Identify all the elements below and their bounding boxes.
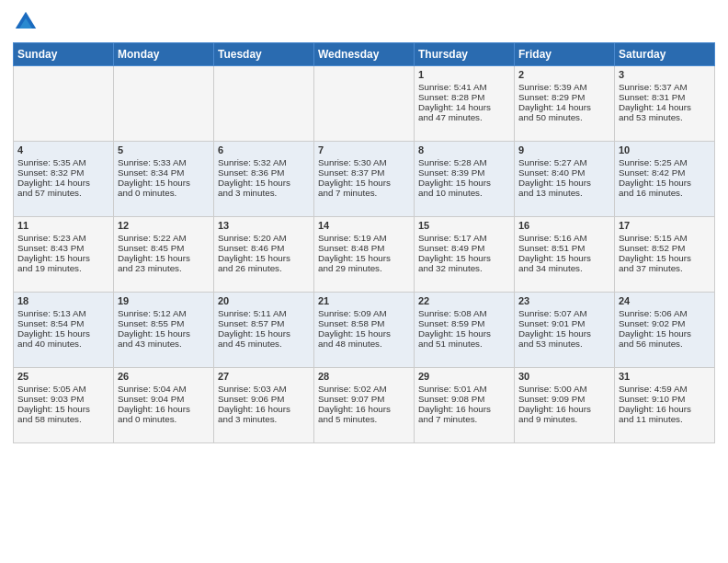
day-number: 31 (619, 371, 711, 382)
day-info: and 26 minutes. (218, 263, 310, 273)
day-info: and 23 minutes. (118, 263, 210, 273)
day-info: Sunset: 9:03 PM (17, 394, 109, 404)
day-number: 16 (518, 220, 610, 231)
day-info: Daylight: 15 hours (17, 328, 109, 339)
day-cell: 27Sunrise: 5:03 AMSunset: 9:06 PMDayligh… (214, 368, 314, 443)
day-info: and 53 minutes. (518, 339, 610, 349)
day-number: 26 (118, 371, 210, 382)
day-info: Sunrise: 5:13 AM (17, 308, 109, 318)
week-row-1: 1Sunrise: 5:41 AMSunset: 8:28 PMDaylight… (14, 66, 715, 142)
day-info: Sunrise: 5:30 AM (318, 157, 410, 167)
day-info: Sunset: 8:49 PM (418, 243, 510, 253)
day-number: 18 (17, 295, 109, 306)
day-info: and 40 minutes. (17, 339, 109, 349)
day-info: Sunset: 8:36 PM (218, 167, 310, 178)
day-info: Sunrise: 5:08 AM (418, 308, 510, 318)
day-info: Sunrise: 5:01 AM (418, 384, 510, 394)
day-info: Sunrise: 5:17 AM (418, 233, 510, 243)
day-info: Sunrise: 5:07 AM (518, 308, 610, 318)
day-info: Sunrise: 5:37 AM (619, 82, 711, 92)
day-cell: 7Sunrise: 5:30 AMSunset: 8:37 PMDaylight… (314, 142, 415, 217)
header (13, 9, 715, 35)
day-info: Daylight: 15 hours (118, 253, 210, 263)
day-number: 6 (218, 144, 310, 155)
day-number: 17 (619, 220, 711, 231)
day-cell: 15Sunrise: 5:17 AMSunset: 8:49 PMDayligh… (415, 217, 515, 293)
day-cell: 26Sunrise: 5:04 AMSunset: 9:04 PMDayligh… (114, 368, 214, 443)
day-info: Sunset: 8:51 PM (518, 243, 610, 253)
day-info: and 58 minutes. (17, 414, 109, 424)
day-info: Daylight: 14 hours (17, 178, 109, 188)
day-cell: 8Sunrise: 5:28 AMSunset: 8:39 PMDaylight… (415, 142, 515, 217)
day-cell: 31Sunrise: 4:59 AMSunset: 9:10 PMDayligh… (615, 368, 715, 443)
day-cell: 21Sunrise: 5:09 AMSunset: 8:58 PMDayligh… (314, 293, 415, 368)
day-info: and 45 minutes. (218, 339, 310, 349)
day-cell: 11Sunrise: 5:23 AMSunset: 8:43 PMDayligh… (14, 217, 114, 293)
day-number: 23 (518, 295, 610, 306)
day-number: 20 (218, 295, 310, 306)
day-info: Daylight: 15 hours (619, 253, 711, 263)
day-number: 10 (619, 144, 711, 155)
day-info: Daylight: 15 hours (418, 178, 510, 188)
day-info: Sunset: 8:46 PM (218, 243, 310, 253)
day-number: 1 (418, 69, 510, 80)
page-container: SundayMondayTuesdayWednesdayThursdayFrid… (0, 0, 728, 449)
day-info: Daylight: 15 hours (418, 253, 510, 263)
day-number: 12 (118, 220, 210, 231)
day-cell: 17Sunrise: 5:15 AMSunset: 8:52 PMDayligh… (615, 217, 715, 293)
day-info: and 43 minutes. (118, 339, 210, 349)
day-info: and 9 minutes. (518, 414, 610, 424)
day-info: and 48 minutes. (318, 339, 410, 349)
day-info: Sunset: 8:58 PM (318, 318, 410, 328)
day-number: 29 (418, 371, 510, 382)
day-info: and 53 minutes. (619, 112, 711, 122)
day-info: and 11 minutes. (619, 414, 711, 424)
week-row-2: 4Sunrise: 5:35 AMSunset: 8:32 PMDaylight… (14, 142, 715, 217)
day-info: and 5 minutes. (318, 414, 410, 424)
day-info: Sunrise: 5:19 AM (318, 233, 410, 243)
day-info: Daylight: 15 hours (318, 253, 410, 263)
day-info: Sunset: 9:02 PM (619, 318, 711, 328)
day-info: Sunrise: 5:11 AM (218, 308, 310, 318)
day-info: Daylight: 15 hours (218, 253, 310, 263)
day-info: Sunrise: 5:00 AM (518, 384, 610, 394)
day-info: Daylight: 15 hours (17, 404, 109, 414)
day-info: Sunset: 8:48 PM (318, 243, 410, 253)
day-number: 4 (17, 144, 109, 155)
day-info: Sunset: 8:55 PM (118, 318, 210, 328)
day-cell: 2Sunrise: 5:39 AMSunset: 8:29 PMDaylight… (515, 66, 615, 142)
day-cell: 12Sunrise: 5:22 AMSunset: 8:45 PMDayligh… (114, 217, 214, 293)
day-info: and 3 minutes. (218, 188, 310, 198)
day-info: and 47 minutes. (418, 112, 510, 122)
day-number: 7 (318, 144, 410, 155)
week-row-5: 25Sunrise: 5:05 AMSunset: 9:03 PMDayligh… (14, 368, 715, 443)
day-info: and 7 minutes. (418, 414, 510, 424)
day-cell (214, 66, 314, 142)
calendar-table: SundayMondayTuesdayWednesdayThursdayFrid… (13, 42, 715, 443)
day-info: Sunrise: 5:06 AM (619, 308, 711, 318)
day-number: 2 (518, 69, 610, 80)
day-info: and 19 minutes. (17, 263, 109, 273)
day-info: and 32 minutes. (418, 263, 510, 273)
day-info: Sunrise: 5:41 AM (418, 82, 510, 92)
day-cell: 22Sunrise: 5:08 AMSunset: 8:59 PMDayligh… (415, 293, 515, 368)
day-info: Sunset: 8:37 PM (318, 167, 410, 178)
day-number: 14 (318, 220, 410, 231)
day-info: Daylight: 15 hours (118, 178, 210, 188)
day-info: Sunrise: 5:33 AM (118, 157, 210, 167)
header-row: SundayMondayTuesdayWednesdayThursdayFrid… (14, 43, 715, 66)
day-info: Sunset: 8:59 PM (418, 318, 510, 328)
day-info: Daylight: 15 hours (518, 253, 610, 263)
day-info: Daylight: 15 hours (518, 178, 610, 188)
day-info: Daylight: 15 hours (518, 328, 610, 339)
day-cell: 6Sunrise: 5:32 AMSunset: 8:36 PMDaylight… (214, 142, 314, 217)
day-info: Sunrise: 5:12 AM (118, 308, 210, 318)
day-info: and 3 minutes. (218, 414, 310, 424)
day-info: Sunset: 8:34 PM (118, 167, 210, 178)
day-info: Daylight: 15 hours (17, 253, 109, 263)
day-info: Sunrise: 5:22 AM (118, 233, 210, 243)
header-cell-wednesday: Wednesday (314, 43, 415, 66)
day-cell: 16Sunrise: 5:16 AMSunset: 8:51 PMDayligh… (515, 217, 615, 293)
day-number: 5 (118, 144, 210, 155)
day-cell (114, 66, 214, 142)
